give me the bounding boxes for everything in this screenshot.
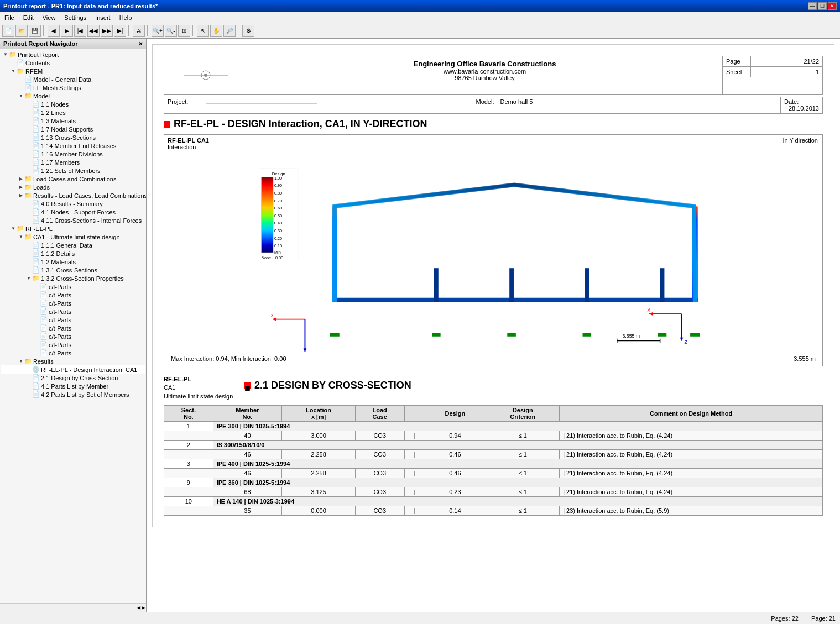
tree-expand-icon[interactable]: ▼: [10, 226, 17, 231]
last-button[interactable]: ▶|: [114, 25, 126, 37]
tree-item[interactable]: 📄4.1 Nodes - Support Forces: [1, 208, 145, 216]
tree-item-label: 4.11 Cross-Sections - Internal Forces: [41, 217, 142, 224]
tree-item[interactable]: 📄Model - General Data: [1, 75, 145, 83]
tree-item[interactable]: 💿RF-EL-PL - Design Interaction, CA1: [1, 365, 145, 374]
tree-item[interactable]: 📄c/t-Parts: [1, 307, 145, 316]
menu-help[interactable]: Help: [117, 14, 134, 22]
tree-item[interactable]: 📄c/t-Parts: [1, 340, 145, 349]
tree-item[interactable]: 📄1.2 Lines: [1, 108, 145, 117]
tree-item[interactable]: 📄1.3.1 Cross-Sections: [1, 266, 145, 274]
tree-item[interactable]: 📄Contents: [1, 59, 145, 67]
menu-settings[interactable]: Settings: [62, 14, 88, 22]
tree-item[interactable]: ▼📁1.3.2 Cross-Section Properties: [1, 274, 145, 282]
tree-item[interactable]: ▼📁RF-EL-PL: [1, 224, 145, 233]
tree-expand-icon[interactable]: ▼: [18, 234, 24, 239]
tree-item[interactable]: 📄c/t-Parts: [1, 332, 145, 340]
tree-item[interactable]: 📄1.7 Nodal Supports: [1, 125, 145, 133]
tree-item[interactable]: 📄c/t-Parts: [1, 324, 145, 332]
cell-sect-no: 9: [164, 478, 213, 487]
panel-close-button[interactable]: ✕: [138, 41, 143, 47]
tree-expand-icon[interactable]: ▼: [18, 359, 24, 364]
fit-button[interactable]: ⊡: [178, 25, 190, 37]
tree-scrollbar[interactable]: ◀ ▶: [0, 603, 146, 612]
tree-item[interactable]: ▼📁Results: [1, 357, 145, 365]
status-page-value: 21: [829, 615, 836, 622]
tree-expand-icon[interactable]: ▶: [18, 176, 24, 181]
tree-item[interactable]: 📄c/t-Parts: [1, 349, 145, 357]
tree-item[interactable]: 📄c/t-Parts: [1, 282, 145, 291]
tree-item[interactable]: 📄1.16 Member Divisions: [1, 150, 145, 158]
cell-comment: | 21) Interaction acc. to Rubin, Eq. (4.…: [560, 431, 823, 441]
tree-expand-icon[interactable]: ▼: [25, 276, 32, 281]
prev-button[interactable]: ◀◀: [87, 25, 100, 37]
tree-expand-icon[interactable]: ▶: [18, 193, 24, 198]
tree-expand-icon[interactable]: ▼: [10, 69, 17, 74]
menu-file[interactable]: File: [2, 14, 17, 22]
tree-item[interactable]: ▼📁Model: [1, 92, 145, 100]
tree-item[interactable]: 📄2.1 Design by Cross-Section: [1, 374, 145, 382]
tree-item[interactable]: 📄c/t-Parts: [1, 299, 145, 307]
svg-rect-22: [434, 268, 439, 302]
zoom-out-button[interactable]: 🔍-: [165, 25, 177, 37]
tree-item[interactable]: ▶📁Loads: [1, 183, 145, 191]
cell-section-name: HE A 140 | DIN 1025-3:1994: [213, 497, 822, 506]
tree-item[interactable]: 📄c/t-Parts: [1, 291, 145, 299]
cell-empty: [164, 506, 213, 516]
minimize-button[interactable]: —: [808, 2, 817, 10]
tree-item[interactable]: 📄1.1.2 Details: [1, 249, 145, 258]
open-button[interactable]: 📂: [15, 25, 28, 37]
back-button[interactable]: ◀: [48, 25, 60, 37]
coord-axes: X Z: [270, 313, 312, 352]
cell-load-case: CO3: [355, 506, 404, 516]
tree-item[interactable]: 📄4.1 Parts List by Member: [1, 382, 145, 390]
tree-item[interactable]: 📄1.1.1 General Data: [1, 241, 145, 249]
tree-item[interactable]: 📄1.13 Cross-Sections: [1, 133, 145, 141]
save-button[interactable]: 💾: [29, 25, 41, 37]
tree-item[interactable]: 📄4.11 Cross-Sections - Internal Forces: [1, 216, 145, 224]
menu-insert[interactable]: Insert: [93, 14, 113, 22]
right-panel[interactable]: Engineering Office Bavaria Constructions…: [147, 39, 840, 612]
tree-item[interactable]: ▶📁Load Cases and Combinations: [1, 175, 145, 183]
zoom-tool[interactable]: 🔎: [223, 25, 236, 37]
tree-item-label: 1.7 Nodal Supports: [41, 126, 93, 133]
table-section-row: 3 IPE 400 | DIN 1025-5:1994: [164, 459, 823, 469]
tree-item-label: Model: [33, 93, 50, 99]
print-button[interactable]: 🖨: [133, 25, 145, 37]
pan-tool[interactable]: ✋: [210, 25, 222, 37]
menu-edit[interactable]: Edit: [21, 14, 36, 22]
cell-empty: [164, 431, 213, 441]
tree-expand-icon[interactable]: ▼: [2, 52, 9, 57]
tree-item-label: 1.2 Lines: [41, 109, 66, 116]
tree-container[interactable]: ▼📁Printout Report 📄Contents▼📁RFEM 📄Model…: [0, 49, 146, 603]
tree-item[interactable]: 📄4.0 Results - Summary: [1, 200, 145, 208]
tree-item[interactable]: 📄c/t-Parts: [1, 316, 145, 324]
tree-item[interactable]: ▼📁CA1 - Ultimate limit state design: [1, 233, 145, 241]
tree-item[interactable]: 📄1.14 Member End Releases: [1, 141, 145, 150]
tree-item[interactable]: 📄1.2 Materials: [1, 258, 145, 266]
cell-comment: | 21) Interaction acc. to Rubin, Eq. (4.…: [560, 487, 823, 497]
tree-item[interactable]: ▶📁Results - Load Cases, Load Combination…: [1, 191, 145, 200]
tree-item[interactable]: 📄1.17 Members: [1, 158, 145, 166]
tree-item[interactable]: 📄1.21 Sets of Members: [1, 166, 145, 175]
diagram-subtitle: Interaction: [168, 144, 819, 150]
next-button[interactable]: ▶▶: [101, 25, 113, 37]
cell-location: 2.258: [282, 469, 356, 478]
tree-item[interactable]: 📄1.3 Materials: [1, 117, 145, 125]
tree-item[interactable]: ▼📁Printout Report: [1, 50, 145, 59]
tree-expand-icon[interactable]: ▼: [18, 93, 24, 98]
maximize-button[interactable]: ☐: [818, 2, 827, 10]
forward-button[interactable]: ▶: [61, 25, 73, 37]
zoom-in-button[interactable]: 🔍+: [152, 25, 164, 37]
tree-item[interactable]: ▼📁RFEM: [1, 67, 145, 75]
window-controls[interactable]: — ☐ ✕: [808, 2, 837, 10]
tree-item[interactable]: 📄4.2 Parts List by Set of Members: [1, 390, 145, 398]
first-button[interactable]: |◀: [74, 25, 86, 37]
close-button[interactable]: ✕: [828, 2, 837, 10]
tree-expand-icon[interactable]: ▶: [18, 185, 24, 190]
tree-item[interactable]: 📄FE Mesh Settings: [1, 83, 145, 92]
new-button[interactable]: 📄: [2, 25, 14, 37]
menu-view[interactable]: View: [40, 14, 58, 22]
settings-tool[interactable]: ⚙: [242, 25, 254, 37]
tree-item[interactable]: 📄1.1 Nodes: [1, 100, 145, 108]
select-tool[interactable]: ↖: [197, 25, 209, 37]
